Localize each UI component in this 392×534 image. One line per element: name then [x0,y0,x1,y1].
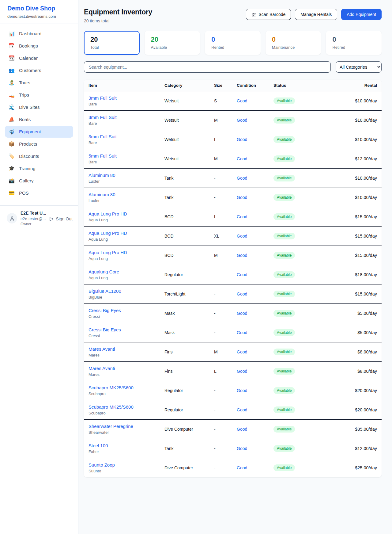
manage-rentals-label: Manage Rentals [300,12,332,17]
cell-rental: $12.00/day [322,446,377,451]
status-badge: Available [273,136,295,143]
item-name-link[interactable]: 3mm Full Suit [89,115,164,120]
cell-condition[interactable]: Good [237,369,273,374]
scan-barcode-button[interactable]: Scan Barcode [246,9,291,20]
table-body: 3mm Full Suit Bare Wetsuit S Good Availa… [84,91,382,477]
cell-condition[interactable]: Good [237,427,273,432]
cell-condition[interactable]: Good [237,330,273,335]
sidebar-item-bookings[interactable]: 📅 Bookings [5,40,73,52]
item-brand: Bare [89,102,164,106]
stat-card-maintenance[interactable]: 0 Maintenance [266,31,321,55]
status-badge: Available [273,368,295,375]
item-name-link[interactable]: Scubapro MK25/S600 [89,404,164,410]
stat-label: Maintenance [272,45,315,50]
cell-condition[interactable]: Good [237,176,273,181]
category-select[interactable]: All Categories [336,61,382,73]
sidebar-item-products[interactable]: 📦 Products [5,138,73,150]
cell-condition[interactable]: Good [237,156,273,161]
status-badge: Available [273,310,295,317]
item-name-link[interactable]: Aqua Lung Pro HD [89,211,164,216]
item-brand: Bare [89,121,164,126]
filter-row: All Categories [84,61,382,73]
item-name-link[interactable]: Cressi Big Eyes [89,327,164,332]
cell-size: - [214,176,237,181]
stat-card-available[interactable]: 20 Available [145,31,200,55]
cell-condition[interactable]: Good [237,311,273,316]
sidebar-item-boats[interactable]: ⛵ Boats [5,113,73,125]
cell-condition[interactable]: Good [237,195,273,200]
item-name-link[interactable]: Scubapro MK25/S600 [89,385,164,390]
stat-card-total[interactable]: 20 Total [84,31,140,55]
table-row: BigBlue AL1200 BigBlue Torch/Light - Goo… [84,284,382,304]
cell-item: 3mm Full Suit Bare [89,134,164,145]
sidebar-item-trips[interactable]: 🚤 Trips [5,89,73,101]
item-name-link[interactable]: Mares Avanti [89,346,164,352]
status-badge: Available [273,252,295,259]
item-name-link[interactable]: Steel 100 [89,443,164,448]
item-name-link[interactable]: 5mm Full Suit [89,153,164,158]
cell-category: Fins [164,349,214,354]
sidebar-item-gallery[interactable]: 📸 Gallery [5,175,73,187]
status-badge: Available [273,406,295,413]
sidebar-item-dive-sites[interactable]: 🌊 Dive Sites [5,101,73,113]
sidebar-item-training[interactable]: 🎓 Training [5,162,73,174]
cell-item: Mares Avanti Mares [89,366,164,377]
table-row: Cressi Big Eyes Cressi Mask - Good Avail… [84,304,382,323]
cell-condition[interactable]: Good [237,388,273,393]
cell-condition[interactable]: Good [237,349,273,354]
table-header-row: Item Category Size Condition Status Rent… [84,80,382,91]
cell-category: BCD [164,253,214,258]
cell-condition[interactable]: Good [237,292,273,296]
cell-rental: $15.00/day [322,253,377,258]
status-badge: Available [273,155,295,162]
training-icon: 🎓 [8,166,15,171]
cell-rental: $5.00/day [322,311,377,316]
page-title-block: Equipment Inventory 20 items total [84,8,152,23]
item-name-link[interactable]: Aluminum 80 [89,173,164,178]
cell-condition[interactable]: Good [237,253,273,258]
cell-item: 3mm Full Suit Bare [89,115,164,126]
item-name-link[interactable]: Aqualung Core [89,269,164,274]
stat-card-rented[interactable]: 0 Rented [205,31,261,55]
item-name-link[interactable]: Shearwater Peregrine [89,424,164,429]
cell-condition[interactable]: Good [237,234,273,238]
cell-condition[interactable]: Good [237,272,273,277]
sidebar-item-discounts[interactable]: 🏷️ Discounts [5,150,73,162]
cell-condition[interactable]: Good [237,446,273,451]
status-badge: Available [273,445,295,452]
item-name-link[interactable]: BigBlue AL1200 [89,288,164,294]
item-name-link[interactable]: Aqua Lung Pro HD [89,231,164,236]
sidebar-item-pos[interactable]: 💳 POS [5,187,73,199]
equipment-table: Item Category Size Condition Status Rent… [84,80,382,477]
search-input[interactable] [84,61,331,73]
boats-icon: ⛵ [8,117,15,122]
sidebar-item-calendar[interactable]: 📆 Calendar [5,52,73,64]
cell-condition[interactable]: Good [237,407,273,412]
item-name-link[interactable]: Cressi Big Eyes [89,308,164,313]
stat-card-retired[interactable]: 0 Retired [326,31,382,55]
item-name-link[interactable]: Aqua Lung Pro HD [89,250,164,255]
cell-condition[interactable]: Good [237,214,273,219]
pos-icon: 💳 [8,191,15,196]
cell-condition[interactable]: Good [237,137,273,142]
cell-condition[interactable]: Good [237,98,273,103]
add-equipment-button[interactable]: Add Equipment [341,9,382,20]
item-name-link[interactable]: Aluminum 80 [89,192,164,197]
cell-condition[interactable]: Good [237,118,273,123]
item-name-link[interactable]: 3mm Full Suit [89,95,164,101]
manage-rentals-button[interactable]: Manage Rentals [295,9,337,20]
item-name-link[interactable]: Mares Avanti [89,366,164,371]
table-row: Mares Avanti Mares Fins L Good Available… [84,362,382,381]
item-name-link[interactable]: 3mm Full Suit [89,134,164,139]
cell-status: Available [273,252,322,259]
item-name-link[interactable]: Suunto Zoop [89,462,164,467]
sidebar-item-equipment[interactable]: 🤿 Equipment [5,126,73,138]
sidebar-item-customers[interactable]: 👥 Customers [5,64,73,76]
sidebar-item-tours[interactable]: 🏝️ Tours [5,77,73,89]
sidebar-item-dashboard[interactable]: 📊 Dashboard [5,28,73,40]
user-role: Owner [21,222,46,226]
cell-category: Regulator [164,388,214,393]
cell-condition[interactable]: Good [237,465,273,470]
table-row: Shearwater Peregrine Shearwater Dive Com… [84,420,382,439]
sign-out-button[interactable]: Sign Out [49,216,73,221]
